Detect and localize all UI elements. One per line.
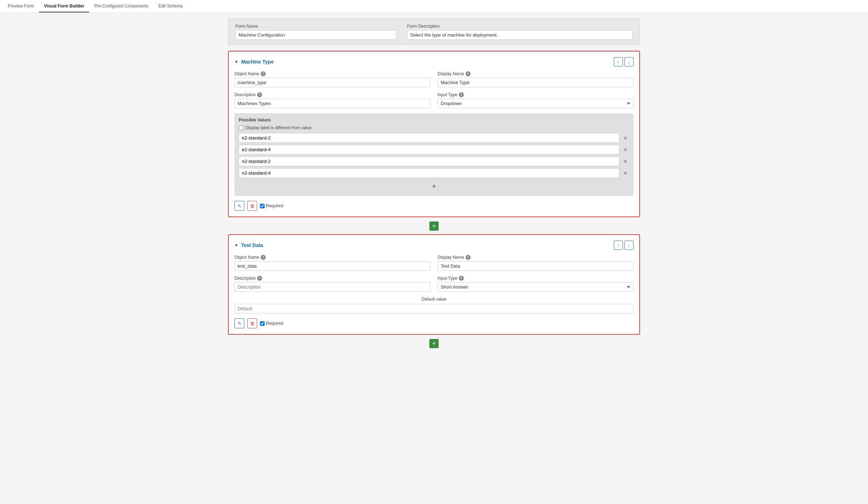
test-data-required-checkbox[interactable]: [260, 321, 265, 326]
test-data-display-name-help-icon: ?: [466, 255, 471, 260]
test-data-required-label: Required: [266, 321, 283, 326]
tab-preview-form[interactable]: Preview Form: [3, 0, 39, 12]
section-collapse-icon[interactable]: ▼: [234, 60, 238, 64]
value-input-1[interactable]: [239, 133, 619, 143]
description-help-icon: ?: [257, 92, 262, 97]
move-down-button[interactable]: ↓: [624, 57, 634, 66]
test-data-object-name-label: Object Name ?: [234, 255, 430, 260]
section-machine-type: ▼ Machine Type ↑ ↓ Object Name ? Display…: [228, 51, 640, 217]
add-section-container-2: +: [228, 339, 640, 348]
main-content: Form Name Form Description ▼ Machine Typ…: [221, 13, 647, 357]
object-name-help-icon: ?: [261, 71, 266, 76]
add-section-container-1: +: [228, 221, 640, 231]
display-name-input[interactable]: [438, 78, 634, 87]
description-label: Description ?: [234, 92, 430, 97]
test-data-description-help-icon: ?: [257, 276, 262, 281]
test-data-object-name-help-icon: ?: [261, 255, 266, 260]
form-description-label: Form Description: [407, 24, 633, 29]
test-data-move-up-button[interactable]: ↑: [614, 241, 623, 250]
display-name-help-icon: ?: [466, 71, 471, 76]
display-name-col: Display Name ?: [438, 71, 634, 87]
section-title: Machine Type: [241, 59, 274, 65]
object-name-col: Object Name ?: [234, 71, 430, 87]
description-input[interactable]: [234, 99, 430, 108]
possible-values-title: Possible Values: [239, 117, 629, 122]
input-type-label: Input Type ?: [438, 92, 634, 97]
delete-button[interactable]: 🗑: [247, 201, 257, 211]
object-name-input[interactable]: [234, 78, 430, 87]
section-test-data-title: Test Data: [241, 242, 263, 248]
value-row-4: ✕: [239, 168, 629, 178]
test-data-object-name-input[interactable]: [234, 261, 430, 271]
default-value-section: Default value: [234, 297, 634, 313]
add-section-button-2[interactable]: +: [429, 339, 439, 348]
form-description-input[interactable]: [407, 30, 633, 40]
test-data-display-name-label: Display Name ?: [438, 255, 634, 260]
value-input-4[interactable]: [239, 168, 619, 178]
test-data-description-col: Description ?: [234, 276, 430, 292]
form-description-field: Form Description: [407, 24, 633, 40]
input-type-col: Input Type ? Dropdown Short Answer Long …: [438, 92, 634, 108]
section-title-area: ▼ Machine Type: [234, 59, 273, 65]
test-data-input-type-select[interactable]: Short Answer Dropdown Long Answer Checkb…: [438, 282, 634, 292]
test-data-object-display-name-row: Object Name ? Display Name ?: [234, 255, 634, 271]
section-test-data-collapse-icon[interactable]: ▼: [234, 243, 238, 247]
input-type-help-icon: ?: [459, 92, 464, 97]
section-test-data: ▼ Test Data ↑ ↓ Object Name ? Display Na…: [228, 234, 640, 335]
test-data-description-inputtype-row: Description ? Input Type ? Short Answer …: [234, 276, 634, 292]
section-test-data-header: ▼ Test Data ↑ ↓: [234, 241, 634, 250]
test-data-input-type-label: Input Type ?: [438, 276, 634, 281]
section-test-data-footer: ✎ 🗑 Required: [234, 318, 634, 328]
form-name-input[interactable]: [235, 30, 396, 40]
description-col: Description ?: [234, 92, 430, 108]
section-test-data-title-area: ▼ Test Data: [234, 242, 263, 248]
section-nav-arrows: ↑ ↓: [614, 57, 634, 66]
form-header: Form Name Form Description: [228, 18, 640, 45]
test-data-display-name-input[interactable]: [438, 261, 634, 271]
section-machine-type-header: ▼ Machine Type ↑ ↓: [234, 57, 634, 66]
display-label-checkbox[interactable]: [239, 126, 243, 130]
value-row-3: ✕: [239, 157, 629, 166]
required-checkbox-label[interactable]: Required: [260, 203, 283, 208]
value-input-2[interactable]: [239, 145, 619, 154]
default-value-input[interactable]: [234, 304, 634, 313]
display-label-checkbox-label[interactable]: Display label is different from value: [245, 125, 311, 130]
value-input-3[interactable]: [239, 157, 619, 166]
move-up-button[interactable]: ↑: [614, 57, 623, 66]
display-label-checkbox-row: Display label is different from value: [239, 125, 629, 130]
display-name-label: Display Name ?: [438, 71, 634, 76]
add-section-button-1[interactable]: +: [429, 221, 439, 231]
test-data-input-type-help-icon: ?: [459, 276, 464, 281]
tab-edit-schema[interactable]: Edit Schema: [153, 0, 188, 12]
test-data-display-name-col: Display Name ?: [438, 255, 634, 271]
remove-value-1-button[interactable]: ✕: [622, 134, 629, 142]
description-inputtype-row: Description ? Input Type ? Dropdown Shor…: [234, 92, 634, 108]
form-name-label: Form Name: [235, 24, 396, 29]
top-navigation: Preview Form Visual Form Builder Pre-Con…: [0, 0, 868, 13]
section-test-data-nav-arrows: ↑ ↓: [614, 241, 634, 250]
test-data-delete-button[interactable]: 🗑: [247, 318, 257, 328]
required-label: Required: [266, 203, 283, 208]
add-value-button[interactable]: +: [239, 181, 629, 192]
remove-value-4-button[interactable]: ✕: [622, 169, 629, 177]
required-checkbox[interactable]: [260, 204, 265, 208]
form-name-field: Form Name: [235, 24, 396, 40]
test-data-input-type-col: Input Type ? Short Answer Dropdown Long …: [438, 276, 634, 292]
section-machine-type-footer: ✎ 🗑 Required: [234, 201, 634, 211]
tab-visual-form-builder[interactable]: Visual Form Builder: [39, 0, 89, 12]
possible-values-section: Possible Values Display label is differe…: [234, 113, 634, 196]
test-data-edit-button[interactable]: ✎: [234, 318, 244, 328]
test-data-required-checkbox-label[interactable]: Required: [260, 321, 283, 326]
edit-button[interactable]: ✎: [234, 201, 244, 211]
test-data-object-name-col: Object Name ?: [234, 255, 430, 271]
remove-value-3-button[interactable]: ✕: [622, 158, 629, 165]
object-name-label: Object Name ?: [234, 71, 430, 76]
input-type-select[interactable]: Dropdown Short Answer Long Answer Checkb…: [438, 99, 634, 108]
test-data-description-input[interactable]: [234, 282, 430, 292]
tab-preconfigured-components[interactable]: Pre-Configured Components: [89, 0, 153, 12]
test-data-description-label: Description ?: [234, 276, 430, 281]
object-display-name-row: Object Name ? Display Name ?: [234, 71, 634, 87]
value-row-1: ✕: [239, 133, 629, 143]
test-data-move-down-button[interactable]: ↓: [624, 241, 634, 250]
remove-value-2-button[interactable]: ✕: [622, 146, 629, 154]
